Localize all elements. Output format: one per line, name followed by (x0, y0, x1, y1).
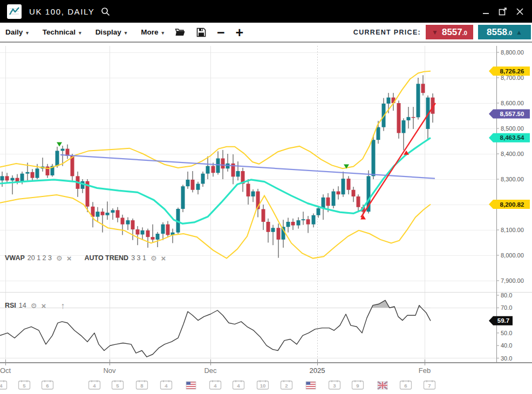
window-controls (480, 5, 526, 17)
svg-text:3: 3 (333, 383, 336, 389)
svg-text:4: 4 (0, 383, 3, 389)
svg-text:7: 7 (428, 383, 431, 389)
autotrend-remove-icon[interactable]: × (161, 255, 166, 262)
calendar-event-icon[interactable]: 10 (257, 381, 269, 390)
chevron-down-icon: ▾ (125, 30, 127, 36)
minimize-icon[interactable] (480, 5, 492, 17)
price-down-arrow-icon: ▼ (432, 29, 438, 36)
menu-timeframe[interactable]: Daily ▾ (5, 28, 29, 36)
calendar-event-icon[interactable]: 4 (161, 381, 172, 390)
price-tag: 8,463.54 (489, 133, 530, 142)
svg-text:8,200.82: 8,200.82 (500, 201, 524, 208)
economic-events-row[interactable]: 4564584441023967 (0, 381, 435, 390)
vwap-settings-gear-icon[interactable]: ⚙ (56, 255, 63, 262)
open-folder-icon[interactable] (175, 28, 186, 37)
svg-text:8,726.26: 8,726.26 (500, 68, 524, 74)
sell-signal-marker (57, 142, 62, 147)
vwap-line (0, 138, 431, 223)
calendar-event-icon[interactable]: 7 (424, 381, 435, 390)
popout-icon[interactable] (497, 5, 509, 17)
sell-price-decimal: .0 (462, 30, 467, 36)
calendar-event-icon[interactable]: 4 (210, 381, 221, 390)
calendar-event-icon[interactable]: 8 (137, 381, 148, 390)
svg-text:Nov: Nov (103, 366, 116, 375)
svg-text:80.0: 80.0 (501, 292, 512, 298)
svg-text:4: 4 (93, 383, 96, 389)
time-axis-labels: OctNovDecFeb2025 (0, 366, 431, 375)
menu-technical[interactable]: Technical ▾ (43, 28, 81, 36)
svg-text:Oct: Oct (0, 366, 11, 375)
menu-display-label: Display (96, 28, 121, 36)
calendar-event-icon[interactable]: 4 (0, 381, 7, 390)
price-tag: 8,200.82 (489, 200, 530, 209)
uk-flag-icon[interactable] (378, 382, 387, 389)
us-flag-icon[interactable] (306, 382, 316, 389)
menu-timeframe-label: Daily (5, 28, 23, 36)
rsi-settings-gear-icon[interactable]: ⚙ (31, 302, 37, 309)
indicator-overlays (0, 71, 435, 259)
autotrend-settings-gear-icon[interactable]: ⚙ (151, 255, 157, 262)
calendar-event-icon[interactable]: 5 (112, 381, 124, 390)
calendar-event-icon[interactable]: 6 (400, 381, 412, 390)
calendar-event-icon[interactable]: 9 (352, 381, 364, 390)
title-bar: UK 100, DAILY (0, 0, 532, 23)
calendar-event-icon[interactable]: 4 (89, 381, 100, 390)
vwap-indicator-params: 20 1 2 3 (28, 254, 52, 262)
svg-text:5: 5 (116, 383, 119, 389)
calendar-event-icon[interactable]: 2 (281, 381, 292, 390)
svg-text:6: 6 (404, 383, 407, 389)
chevron-down-icon: ▾ (26, 30, 29, 36)
calendar-event-icon[interactable]: 5 (19, 381, 30, 390)
buy-price-button[interactable]: 8558 .0 ▲ (478, 25, 531, 39)
svg-text:7,900.00: 7,900.00 (501, 277, 524, 284)
svg-text:10: 10 (260, 383, 266, 389)
calendar-event-icon[interactable]: 3 (329, 381, 340, 390)
pane-borders (0, 46, 532, 365)
rsi-remove-icon[interactable]: × (41, 302, 46, 309)
svg-text:30.0: 30.0 (501, 355, 512, 362)
svg-text:8,100.00: 8,100.00 (501, 227, 524, 233)
rsi-indicator-row: RSI 14 ⚙ × ↑ (5, 302, 65, 309)
close-icon[interactable] (514, 5, 526, 17)
vwap-remove-icon[interactable]: × (67, 255, 72, 262)
svg-text:59.7: 59.7 (497, 317, 509, 324)
calendar-event-icon[interactable]: 4 (233, 381, 244, 390)
price-tag: 8,557.50 (489, 109, 530, 118)
svg-text:8,557.50: 8,557.50 (500, 111, 524, 117)
us-flag-icon[interactable] (186, 382, 196, 389)
save-icon[interactable] (196, 28, 206, 37)
svg-text:8,300.00: 8,300.00 (501, 176, 524, 182)
svg-text:4: 4 (237, 383, 240, 389)
svg-text:40.0: 40.0 (501, 342, 512, 349)
svg-text:5: 5 (23, 383, 26, 389)
rsi-indicator-label: RSI (5, 302, 16, 309)
sell-price-button[interactable]: ▼ 8557 .0 (426, 25, 473, 39)
overlay-indicator-row: VWAP 20 1 2 3 ⚙ × AUTO TREND 3 3 1 ⚙ × (5, 254, 166, 262)
price-chart-canvas[interactable]: 8,800.008,700.008,600.008,500.008,400.00… (0, 0, 532, 394)
svg-text:8,600.00: 8,600.00 (501, 100, 524, 106)
sell-price-value: 8557 (442, 27, 462, 38)
rsi-indicator-params: 14 (19, 302, 26, 309)
trading-app-window: { "titlebar": { "title": "UK 100, DAILY"… (0, 0, 532, 394)
menu-display[interactable]: Display ▾ (96, 28, 127, 36)
toolbar: Daily ▾ Technical ▾ Display ▾ More ▾ − +… (0, 23, 532, 43)
svg-text:2025: 2025 (310, 366, 325, 375)
svg-text:9: 9 (356, 383, 359, 389)
rsi-move-up-icon[interactable]: ↑ (60, 302, 65, 309)
svg-text:4: 4 (165, 383, 168, 389)
calendar-event-icon[interactable]: 6 (42, 381, 53, 390)
price-up-arrow-icon: ▲ (516, 29, 522, 36)
svg-text:8,463.54: 8,463.54 (500, 134, 524, 141)
zoom-out-icon[interactable]: − (217, 27, 225, 38)
menu-more[interactable]: More ▾ (141, 28, 164, 36)
search-icon[interactable] (101, 7, 110, 16)
chevron-down-icon: ▾ (79, 30, 81, 36)
svg-text:Dec: Dec (204, 366, 217, 375)
svg-text:8: 8 (140, 383, 143, 389)
zoom-in-icon[interactable]: + (236, 27, 244, 38)
buy-price-value: 8558 (487, 27, 507, 38)
vwap-indicator-label: VWAP (5, 254, 25, 262)
chart-title: UK 100, DAILY (29, 7, 94, 16)
svg-text:6: 6 (46, 383, 49, 389)
price-tag: 8,726.26 (489, 66, 530, 76)
